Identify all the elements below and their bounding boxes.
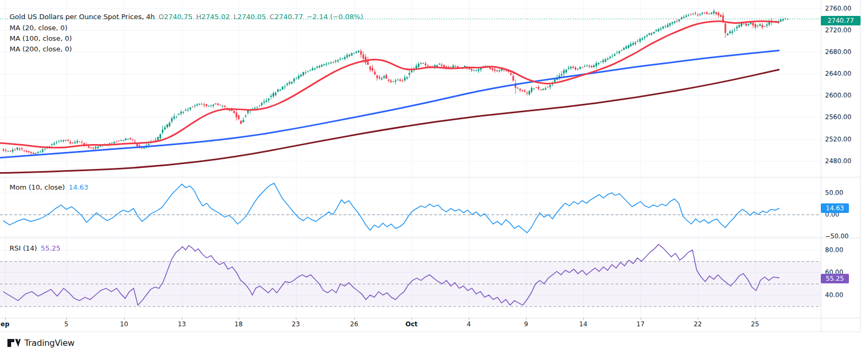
momentum-axis-label: 50.00: [825, 189, 843, 197]
time-axis-label: 23: [292, 320, 300, 328]
rsi-axis-label: 40.00: [825, 291, 843, 299]
time-axis-label: 25: [751, 320, 759, 328]
ohlc-high: H2745.02: [196, 13, 230, 21]
price-axis-label: 2680.00: [825, 48, 852, 56]
time-axis-label: ep: [1, 320, 10, 328]
ma100-line: [0, 50, 779, 158]
time-axis-label: 14: [579, 320, 587, 328]
time-axis-label: 10: [120, 320, 128, 328]
time-axis-label: 18: [234, 320, 242, 328]
ohlc-open: O2740.75: [159, 13, 192, 21]
tradingview-glyph-icon: [7, 338, 21, 347]
tradingview-brand-text: TradingView: [24, 338, 74, 348]
momentum-value: 14.63: [68, 183, 88, 191]
time-axis-label: 5: [64, 320, 68, 328]
time-axis-label: 22: [694, 320, 702, 328]
price-axis-label: 2600.00: [825, 92, 852, 99]
price-axis-label: 2640.00: [825, 70, 852, 77]
time-axis-label: Oct: [405, 320, 417, 328]
time-axis-label: 9: [524, 320, 528, 328]
time-axis-label: 17: [636, 320, 644, 328]
momentum-series: [3, 183, 779, 233]
momentum-badge: 14.63: [821, 203, 849, 213]
rsi-value: 55.25: [41, 244, 60, 252]
price-change: −2.14 (−0.08%): [306, 13, 363, 21]
tradingview-chart-widget: Gold US Dollars per Ounce Spot Prices, 4…: [0, 0, 868, 357]
candlestick-series: [3, 9, 788, 155]
ma200-legend[interactable]: MA (200, close, 0): [10, 45, 72, 53]
rsi-axis-label: 80.00: [825, 246, 843, 254]
rsi-legend[interactable]: RSI (14) 55.25: [10, 244, 60, 252]
price-axis-label: 2480.00: [825, 157, 852, 165]
tradingview-logo[interactable]: TradingView: [7, 338, 74, 348]
ohlc-low: L2740.05: [234, 13, 266, 21]
symbol-title: Gold US Dollars per Ounce Spot Prices, 4…: [10, 13, 155, 21]
ma200-line: [0, 69, 779, 173]
price-axis-label: 2760.00: [825, 5, 852, 12]
chart-canvas[interactable]: [0, 0, 861, 333]
time-axis-label: 4: [467, 320, 471, 328]
ma20-legend[interactable]: MA (20, close, 0): [10, 24, 67, 32]
momentum-axis-label: −50.00: [825, 233, 848, 240]
time-axis-label: 13: [178, 320, 186, 328]
rsi-label: RSI (14): [10, 244, 37, 252]
price-axis-label: 2720.00: [825, 26, 852, 34]
momentum-legend[interactable]: Mom (10, close) 14.63: [10, 183, 89, 191]
rsi-badge: 55.25: [821, 274, 849, 283]
price-axis-label: 2560.00: [825, 113, 852, 121]
ohlc-close: C2740.77: [270, 13, 303, 21]
momentum-label: Mom (10, close): [10, 183, 65, 191]
ma100-legend[interactable]: MA (100, close, 0): [10, 34, 72, 42]
price-axis-label: 2520.00: [825, 136, 852, 143]
time-axis-label: 26: [350, 320, 358, 328]
current-price-badge: 2740.77: [821, 16, 861, 25]
price-legend[interactable]: Gold US Dollars per Ounce Spot Prices, 4…: [10, 13, 363, 21]
